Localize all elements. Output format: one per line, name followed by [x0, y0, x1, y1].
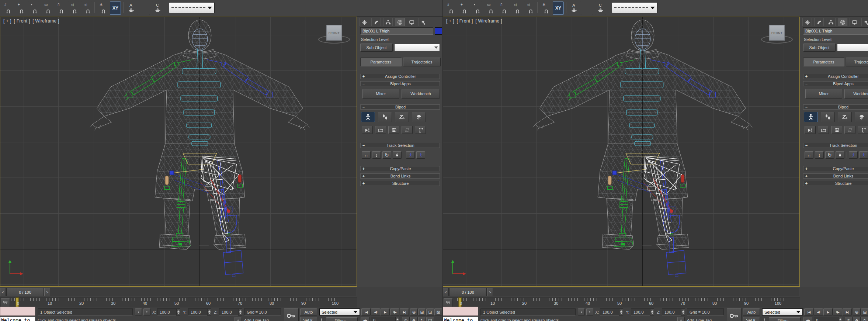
previous-frame-button[interactable]: ◀‖	[814, 308, 823, 315]
z-spinner[interactable]	[681, 308, 685, 315]
rollout-copy-paste[interactable]: + Copy/Paste	[360, 166, 440, 171]
tab-modify[interactable]	[814, 18, 824, 26]
next-frame-button[interactable]: ‖▶	[833, 308, 842, 315]
snap-vertex-button[interactable]: ▪	[471, 1, 482, 15]
named-selection-set-dropdown[interactable]	[612, 2, 657, 13]
maxscript-listener-input[interactable]	[0, 307, 35, 316]
lock-com-keying-button[interactable]	[836, 151, 844, 159]
snap-frozen-button[interactable]: ✻	[97, 1, 108, 15]
isolate-selection-button[interactable]	[235, 317, 242, 321]
previous-frame-slider-button[interactable]: <	[443, 288, 449, 296]
load-file-button[interactable]	[818, 126, 829, 134]
body-rotation-button[interactable]: ↻	[382, 151, 391, 159]
rollout-assign-controller[interactable]: + Assign Controller	[360, 74, 440, 79]
viewport-menu-general[interactable]: [ + ]	[3, 18, 11, 24]
mixer-button[interactable]: Mixer	[362, 89, 399, 99]
maxscript-listener-input[interactable]	[443, 307, 478, 316]
rollout-track-selection[interactable]: – Track Selection	[360, 143, 440, 148]
time-slider-handle[interactable]: 0 / 100	[6, 288, 44, 296]
snap-pivot-button[interactable]: +	[458, 1, 469, 15]
next-frame-button[interactable]: ‖▶	[390, 308, 399, 315]
biped-playback-button[interactable]	[805, 126, 816, 134]
viewport-menu-shading[interactable]: [ Wireframe ]	[32, 18, 59, 24]
tab-display[interactable]	[407, 18, 416, 26]
rollout-bend-links[interactable]: + Bend Links	[360, 173, 440, 179]
snap-face-center-button[interactable]: ◁	[81, 1, 92, 15]
load-file-button[interactable]	[375, 126, 386, 134]
object-name-field[interactable]: Bip001 L Thigh	[803, 27, 868, 35]
mixer-mode-button[interactable]	[412, 112, 426, 122]
tab-create[interactable]	[360, 18, 369, 26]
trajectories-tab-button[interactable]: Trajectories	[403, 58, 441, 66]
go-to-end-button[interactable]: ▶|	[843, 308, 852, 315]
set-keys-button[interactable]	[727, 308, 742, 321]
character-wireframe[interactable]	[451, 20, 752, 275]
body-horizontal-button[interactable]: ↔	[362, 151, 371, 159]
mixer-button[interactable]: Mixer	[805, 89, 842, 99]
biped-playback-button[interactable]	[362, 126, 373, 134]
go-to-end-button[interactable]: ▶|	[400, 308, 409, 315]
selection-lock-button[interactable]	[135, 308, 142, 315]
tab-display[interactable]	[850, 18, 859, 26]
zoom-button[interactable]: ⊕	[410, 308, 418, 315]
rollout-biped-apps[interactable]: – Biped Apps	[803, 81, 868, 86]
teapot-c-real[interactable]	[139, 1, 150, 15]
rollout-structure[interactable]: + Structure	[360, 181, 440, 186]
key-filters-icon[interactable]	[319, 317, 324, 321]
object-color-swatch[interactable]	[435, 27, 442, 35]
key-filters-button[interactable]: Filters...	[769, 317, 801, 321]
pan-view-button[interactable]: ❖	[410, 317, 418, 321]
viewport-menu-general[interactable]: [ + ]	[446, 18, 454, 24]
teapot-c-real[interactable]	[581, 1, 593, 15]
zoom-button[interactable]: ⊕	[853, 308, 861, 315]
save-file-button[interactable]	[831, 126, 842, 134]
motion-flow-mode-button[interactable]	[395, 112, 409, 122]
mini-curve-editor-button[interactable]	[444, 298, 453, 307]
opposite-button[interactable]	[859, 151, 868, 159]
move-all-mode-button[interactable]	[858, 126, 868, 134]
previous-frame-button[interactable]: ◀‖	[371, 308, 380, 315]
snap-face-button[interactable]: ◁	[511, 1, 522, 15]
rollout-biped[interactable]: – Biped	[360, 104, 440, 110]
orbit-button[interactable]: ↻	[861, 317, 868, 321]
tab-modify[interactable]	[371, 18, 381, 26]
trajectories-tab-button[interactable]: Trajectories	[846, 58, 868, 66]
selection-set-filter-dropdown[interactable]: Selected	[319, 308, 360, 315]
sub-object-level-dropdown[interactable]	[837, 44, 868, 51]
snap-vertex-button[interactable]: ▪	[28, 1, 39, 15]
add-time-tag[interactable]: Add Time Tag	[244, 318, 269, 321]
time-slider-handle[interactable]: 0 / 100	[449, 288, 487, 296]
rollout-bend-links[interactable]: + Bend Links	[803, 173, 868, 179]
x-coordinate-field[interactable]: 100,0	[600, 308, 619, 315]
sub-object-button[interactable]: Sub-Object	[360, 44, 393, 52]
current-frame-field[interactable]: 0	[371, 317, 395, 321]
track-bar[interactable]: 0102030405060708090100	[443, 297, 800, 307]
maximize-viewport-button[interactable]: ◲	[426, 317, 434, 321]
y-spinner[interactable]	[650, 308, 654, 315]
go-to-start-button[interactable]: |◀	[804, 308, 813, 315]
z-coordinate-field[interactable]: 100,0	[219, 308, 238, 315]
selection-lock-button[interactable]	[578, 308, 585, 315]
go-to-start-button[interactable]: |◀	[361, 308, 371, 315]
auto-key-button[interactable]: Auto	[300, 308, 317, 315]
x-spinner[interactable]	[176, 308, 180, 315]
workbench-button[interactable]: Workbench	[402, 89, 440, 99]
play-button[interactable]: ▶	[823, 308, 833, 315]
snap-grid-button[interactable]: #	[444, 1, 455, 15]
absolute-relative-coords-button[interactable]	[143, 308, 150, 315]
orbit-button[interactable]: ↻	[418, 317, 426, 321]
body-vertical-button[interactable]: ↕	[815, 151, 824, 159]
viewport-menu-shading[interactable]: [ Wireframe ]	[475, 18, 502, 24]
rollout-biped-apps[interactable]: – Biped Apps	[360, 81, 440, 86]
snap-face-button[interactable]: ◁	[68, 1, 79, 15]
key-mode-toggle-button[interactable]: ◀▶	[361, 317, 369, 321]
teapot-a-button[interactable]: A	[568, 1, 579, 15]
viewport-canvas[interactable]	[443, 17, 799, 286]
frame-spinner[interactable]	[838, 317, 842, 321]
y-coordinate-field[interactable]: 100,0	[631, 308, 650, 315]
viewport-canvas[interactable]	[0, 17, 357, 286]
selection-set-filter-dropdown[interactable]: Selected	[762, 308, 803, 315]
convert-button[interactable]	[844, 126, 855, 134]
snap-midpoint-button[interactable]: ▯	[497, 1, 508, 15]
figure-mode-button[interactable]	[804, 112, 818, 122]
